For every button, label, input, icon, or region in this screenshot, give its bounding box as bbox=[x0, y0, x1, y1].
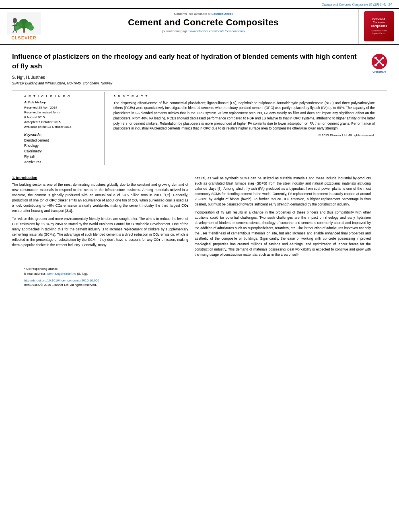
keyword-2: Rheology bbox=[24, 143, 100, 149]
page-wrapper: Cement and Concrete Composites 65 (2016)… bbox=[0, 0, 399, 532]
abstract-column: A B S T R A C T The dispersing effective… bbox=[111, 92, 375, 165]
history-available: Available online 23 October 2015 bbox=[24, 125, 100, 129]
elsevier-logo-area: ELSEVIER bbox=[0, 9, 48, 44]
journal-name-area: Contents lists available at ScienceDirec… bbox=[48, 9, 359, 44]
intro-para2: To reduce this, greener and more environ… bbox=[12, 216, 188, 248]
authors: S. Ng*, H. Justnes bbox=[12, 75, 364, 80]
abstract-text: The dispersing effectiveness of five com… bbox=[113, 101, 375, 131]
copyright-line: © 2015 Elsevier Ltd. All rights reserved… bbox=[113, 134, 375, 137]
issn-line: 0958-9465/© 2015 Elsevier Ltd. All right… bbox=[24, 283, 375, 287]
sciencedirect-link[interactable]: ScienceDirect bbox=[212, 12, 233, 16]
article-title-block: Influence of plasticizers on the rheolog… bbox=[12, 52, 372, 87]
crossmark-label: CrossMark bbox=[372, 70, 386, 73]
crossmark-badge[interactable]: CrossMark bbox=[372, 54, 387, 73]
homepage-url[interactable]: www.elsevier.com/locate/cemconcomp bbox=[189, 29, 245, 33]
elsevier-tree-icon bbox=[7, 12, 41, 35]
svg-point-7 bbox=[13, 18, 17, 23]
abstract-heading: A B S T R A C T bbox=[113, 94, 375, 98]
doi-link[interactable]: http://dx.doi.org/10.1016/j.cemconcomp.2… bbox=[24, 279, 375, 282]
left-content-column: 1. Introduction The building sector is o… bbox=[12, 176, 188, 260]
intro-para4: Incorporation of fly ash results in a ch… bbox=[195, 210, 371, 258]
keywords-label: Keywords: bbox=[24, 133, 100, 137]
svg-point-6 bbox=[28, 25, 34, 31]
intro-heading: 1. Introduction bbox=[12, 176, 188, 180]
article-title: Influence of plasticizers on the rheolog… bbox=[12, 52, 364, 71]
crossmark-svg bbox=[372, 54, 387, 69]
contents-line: Contents lists available at ScienceDirec… bbox=[52, 12, 354, 16]
keyword-1: Blended cement bbox=[24, 138, 100, 144]
history-label: Article history: bbox=[24, 101, 100, 104]
history-revised-date: 6 August 2015 bbox=[24, 115, 100, 120]
journal-header: ELSEVIER Contents lists available at Sci… bbox=[0, 8, 399, 45]
journal-title: Cement and Concrete Composites bbox=[52, 17, 354, 28]
history-received-revised: Received in revised form bbox=[24, 110, 100, 115]
journal-ref-text: Cement and Concrete Composites 65 (2016)… bbox=[322, 2, 392, 6]
svg-point-16 bbox=[382, 57, 384, 59]
author-names: S. Ng*, H. Justnes bbox=[12, 75, 45, 80]
article-info-column: A R T I C L E I N F O Article history: R… bbox=[24, 92, 105, 165]
article-info-heading: A R T I C L E I N F O bbox=[24, 94, 100, 98]
homepage-line: journal homepage: www.elsevier.com/locat… bbox=[52, 29, 354, 33]
history-accepted: Accepted 7 October 2015 bbox=[24, 120, 100, 125]
intro-para1: The building sector is one of the most d… bbox=[12, 182, 188, 214]
email-link[interactable]: serina.ng@sintef.no bbox=[47, 272, 76, 275]
keyword-4: Fly ash bbox=[24, 154, 100, 160]
journal-badge: Cement &ConcreteComposites ISSN 0958-946… bbox=[364, 11, 394, 41]
elsevier-label: ELSEVIER bbox=[7, 35, 41, 40]
history-received: Received 25 April 2014 bbox=[24, 105, 100, 110]
keyword-3: Calorimetry bbox=[24, 149, 100, 154]
svg-point-15 bbox=[374, 57, 377, 59]
intro-para3: natural, as well as synthetic SCMs can b… bbox=[195, 176, 371, 207]
article-header: Influence of plasticizers on the rheolog… bbox=[0, 45, 399, 90]
svg-point-18 bbox=[382, 64, 384, 66]
affiliation: SINTEF Building and Infrastructure, NO-7… bbox=[12, 81, 364, 85]
article-info-abstract-section: A R T I C L E I N F O Article history: R… bbox=[12, 90, 387, 169]
keywords-section: Keywords: Blended cement Rheology Calori… bbox=[24, 133, 100, 165]
journal-ref-bar: Cement and Concrete Composites 65 (2016)… bbox=[0, 0, 399, 8]
footnote-area: * Corresponding author. E-mail address: … bbox=[12, 264, 387, 287]
keyword-5: Admixtures bbox=[24, 160, 100, 165]
svg-point-17 bbox=[374, 64, 377, 66]
main-content: 1. Introduction The building sector is o… bbox=[0, 172, 399, 264]
crossmark-icon bbox=[372, 54, 387, 69]
right-content-column: natural, as well as synthetic SCMs can b… bbox=[195, 176, 371, 260]
corresponding-author-note: * Corresponding author. E-mail address: … bbox=[24, 267, 375, 276]
journal-badge-area: Cement &ConcreteComposites ISSN 0958-946… bbox=[359, 9, 399, 44]
